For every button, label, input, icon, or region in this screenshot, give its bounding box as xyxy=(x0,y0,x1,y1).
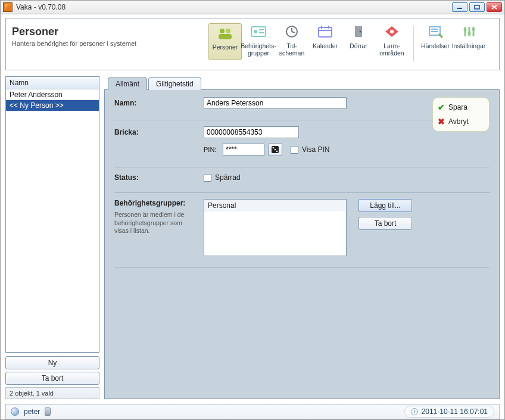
page-title: Personer xyxy=(12,26,208,38)
group-item[interactable]: Personal xyxy=(204,200,346,211)
statusbar-user: peter xyxy=(24,407,40,416)
tab-giltighetstid[interactable]: Giltighetstid xyxy=(148,77,201,90)
save-button[interactable]: ✔ Spara xyxy=(438,102,484,112)
toolbar-label: Behörighets- grupper xyxy=(241,42,276,57)
toolbar-label: Kalender xyxy=(313,42,338,57)
dice-icon xyxy=(271,145,279,154)
svg-point-34 xyxy=(276,151,278,153)
content: Allmänt Giltighetstid ✔ Spara ✖ Avbryt xyxy=(104,76,500,399)
add-group-button[interactable]: Lägg till... xyxy=(359,199,412,212)
svg-rect-7 xyxy=(251,27,266,36)
svg-point-4 xyxy=(220,29,225,33)
visa-pin-checkbox[interactable]: Visa PIN xyxy=(291,145,329,154)
toolbar-kalender[interactable]: Kalender xyxy=(308,23,342,57)
groups-label: Behörighetsgrupper: xyxy=(114,199,204,207)
tab-allmant[interactable]: Allmänt xyxy=(108,77,147,90)
toolbar-personer[interactable]: Personer xyxy=(208,23,242,60)
cross-icon: ✖ xyxy=(438,117,445,126)
toolbar-handelser[interactable]: Händelser xyxy=(419,23,452,57)
header-panel: Personer Hantera behörighet för personer… xyxy=(5,18,500,70)
minimize-button[interactable] xyxy=(452,2,467,12)
titlebar: Vaka - v0.70.08 xyxy=(0,0,505,14)
svg-line-13 xyxy=(292,32,295,33)
door-icon xyxy=(348,23,369,40)
toolbar-larmomraden[interactable]: Larm- områden xyxy=(375,23,409,57)
svg-rect-1 xyxy=(475,5,479,9)
remove-group-button[interactable]: Ta bort xyxy=(359,217,412,230)
bricka-input[interactable] xyxy=(204,126,299,138)
sidebar: Namn Peter Andersson << Ny Person >> Ny … xyxy=(5,76,99,399)
close-button[interactable] xyxy=(487,2,502,12)
globe-icon xyxy=(11,407,19,416)
action-box: ✔ Spara ✖ Avbryt xyxy=(432,97,490,132)
toolbar-label: Inställningar xyxy=(452,42,486,57)
alarm-icon xyxy=(382,23,402,40)
pin-dice-button[interactable] xyxy=(268,143,282,156)
window-title: Vaka - v0.70.08 xyxy=(16,3,452,11)
delete-button[interactable]: Ta bort xyxy=(5,372,99,385)
list-header[interactable]: Namn xyxy=(6,77,99,89)
svg-point-19 xyxy=(360,31,361,33)
svg-point-8 xyxy=(254,30,257,33)
svg-rect-14 xyxy=(319,27,332,37)
toolbar-installningar[interactable]: Inställningar xyxy=(452,23,485,57)
id-card-icon xyxy=(248,23,269,40)
form-panel: ✔ Spara ✖ Avbryt Namn: xyxy=(104,89,500,399)
status-label: Status: xyxy=(114,173,204,182)
sparrad-label: Spärrad xyxy=(215,173,241,182)
toolbar-label: Händelser xyxy=(421,42,450,57)
toolbar-label: Tid- scheman xyxy=(279,42,305,57)
toolbar-label: Personer xyxy=(213,43,238,58)
cancel-label: Avbryt xyxy=(448,117,469,126)
server-icon xyxy=(45,407,51,416)
list-status: 2 objekt, 1 vald xyxy=(5,387,99,399)
name-label: Namn: xyxy=(114,99,204,107)
list-item[interactable]: << Ny Person >> xyxy=(6,100,99,111)
checkbox-icon xyxy=(291,146,298,154)
toolbar-behorighetsgrupper[interactable]: Behörighets- grupper xyxy=(242,23,275,57)
pin-label: PIN: xyxy=(204,146,223,153)
statusbar: peter 2011-10-11 16:07:01 xyxy=(5,404,500,419)
list-item[interactable]: Peter Andersson xyxy=(6,89,99,100)
svg-point-21 xyxy=(390,30,394,33)
toolbar-dorrar[interactable]: Dörrar xyxy=(342,23,375,57)
person-list[interactable]: Namn Peter Andersson << Ny Person >> xyxy=(5,76,99,353)
check-icon: ✔ xyxy=(438,102,445,112)
tabbar: Allmänt Giltighetstid xyxy=(104,76,500,89)
persons-icon xyxy=(215,26,235,41)
checkbox-icon xyxy=(204,174,211,182)
statusbar-clock: 2011-10-11 16:07:01 xyxy=(404,406,494,418)
svg-point-35 xyxy=(275,149,276,151)
new-button[interactable]: Ny xyxy=(5,356,99,369)
svg-point-30 xyxy=(468,32,471,35)
sparrad-checkbox[interactable]: Spärrad xyxy=(204,173,241,182)
cancel-button[interactable]: ✖ Avbryt xyxy=(438,117,484,126)
header-left: Personer Hantera behörighet för personer… xyxy=(12,23,208,65)
settings-icon xyxy=(459,23,479,40)
maximize-button[interactable] xyxy=(469,2,485,12)
svg-point-29 xyxy=(464,29,467,32)
calendar-icon xyxy=(315,23,335,40)
main: Namn Peter Andersson << Ny Person >> Ny … xyxy=(5,76,500,399)
name-input[interactable] xyxy=(204,97,347,109)
toolbar-label: Larm- områden xyxy=(379,42,404,57)
svg-point-31 xyxy=(472,28,475,31)
page-subtitle: Hantera behörighet för personer i system… xyxy=(12,40,208,47)
clock-small-icon xyxy=(411,408,418,415)
bricka-label: Bricka: xyxy=(114,128,204,136)
groups-help: Personen är medlem i de behörighetsgrupp… xyxy=(114,211,204,235)
toolbar: Personer Behörighets- grupper Tid- schem… xyxy=(208,23,493,65)
svg-point-33 xyxy=(273,147,275,149)
svg-rect-6 xyxy=(219,34,232,39)
events-icon xyxy=(425,23,445,40)
statusbar-datetime: 2011-10-11 16:07:01 xyxy=(422,407,488,416)
svg-line-25 xyxy=(439,34,442,38)
svg-point-5 xyxy=(226,29,230,33)
clock-icon xyxy=(282,23,302,40)
toolbar-tidscheman[interactable]: Tid- scheman xyxy=(275,23,308,57)
toolbar-separator xyxy=(413,26,414,61)
visa-pin-label: Visa PIN xyxy=(302,145,329,154)
pin-input[interactable] xyxy=(223,144,264,155)
app-icon xyxy=(3,2,13,12)
groups-listbox[interactable]: Personal xyxy=(204,199,347,256)
